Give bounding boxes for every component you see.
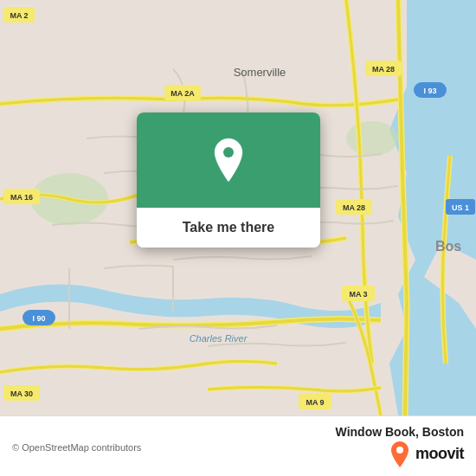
popup-green-area xyxy=(137,113,320,208)
take-me-there-button[interactable]: Take me there xyxy=(137,208,320,248)
bottom-bar: © OpenStreetMap contributors Window Book… xyxy=(0,415,476,476)
svg-text:Somerville: Somerville xyxy=(234,66,286,79)
location-title: Window Book, Boston xyxy=(336,425,464,439)
attribution-text: © OpenStreetMap contributors xyxy=(12,442,141,453)
svg-point-31 xyxy=(223,147,234,158)
moovit-pin-icon xyxy=(388,441,412,468)
svg-text:Charles River: Charles River xyxy=(190,333,248,344)
svg-text:US 1: US 1 xyxy=(452,203,469,212)
map-area: MA 2 MA 2A MA 2A I 93 MA 28 MA 28 US 1 M… xyxy=(0,0,476,415)
svg-text:MA 9: MA 9 xyxy=(306,398,324,407)
svg-text:MA 2: MA 2 xyxy=(10,11,28,20)
svg-point-2 xyxy=(346,121,398,156)
moovit-logo: moovit xyxy=(388,441,464,468)
svg-text:I 90: I 90 xyxy=(32,314,45,323)
svg-text:MA 28: MA 28 xyxy=(372,65,395,74)
svg-text:MA 2A: MA 2A xyxy=(170,89,195,98)
attribution-area: © OpenStreetMap contributors xyxy=(12,439,141,454)
svg-text:MA 3: MA 3 xyxy=(349,290,367,299)
moovit-brand-text: moovit xyxy=(415,445,464,463)
location-pin-icon xyxy=(209,137,248,183)
svg-text:MA 30: MA 30 xyxy=(10,389,33,398)
svg-text:MA 28: MA 28 xyxy=(343,203,365,212)
svg-text:I 93: I 93 xyxy=(423,87,436,95)
svg-point-32 xyxy=(396,447,403,453)
popup-card: Take me there xyxy=(137,113,320,248)
svg-text:MA 16: MA 16 xyxy=(10,193,33,202)
app-info: Window Book, Boston moovit xyxy=(336,425,464,468)
svg-text:Bos: Bos xyxy=(435,239,461,254)
